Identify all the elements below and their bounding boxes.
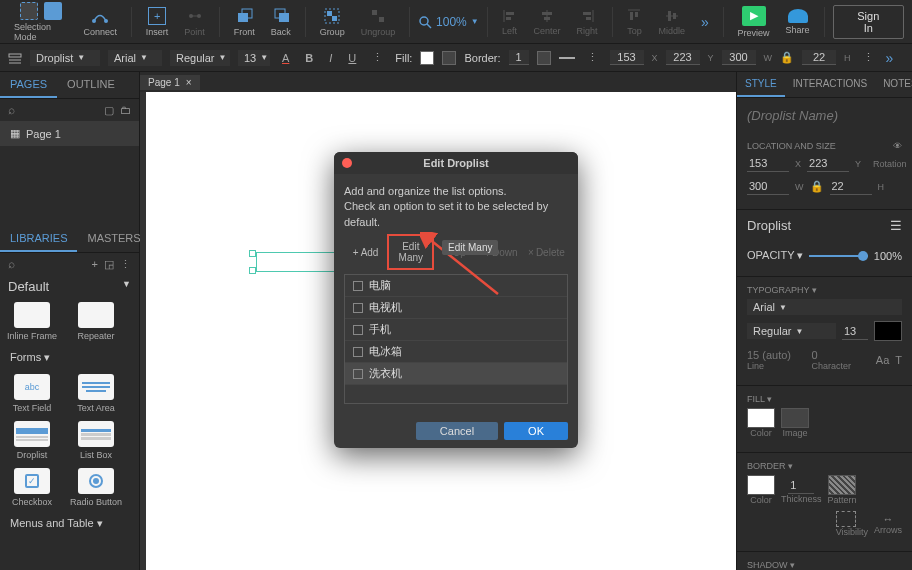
lib-options-icon[interactable]: ◲ — [104, 258, 114, 271]
toolbar-more-icon[interactable]: » — [701, 14, 709, 30]
list-item[interactable]: 电冰箱 — [345, 341, 567, 363]
border-more-button[interactable]: ⋮ — [583, 49, 602, 66]
lock-aspect-icon-2[interactable]: 🔒 — [810, 180, 824, 193]
rp-h-input[interactable] — [830, 178, 872, 195]
rp-y-input[interactable] — [807, 155, 849, 172]
border-width-input[interactable] — [509, 50, 529, 65]
lib-search-icon[interactable]: ⌕ — [8, 257, 15, 271]
y-input[interactable] — [666, 50, 700, 65]
widget-radio-button[interactable]: Radio Button — [68, 468, 124, 507]
visibility-icon[interactable]: 👁 — [893, 141, 902, 151]
widget-droplist[interactable]: Droplist — [4, 421, 60, 460]
format-more-button[interactable]: ⋮ — [859, 49, 878, 66]
list-item[interactable]: 电脑 — [345, 275, 567, 297]
font-dropdown[interactable]: Arial▼ — [108, 50, 162, 66]
bold-button[interactable]: B — [301, 50, 317, 66]
format-overflow-icon[interactable]: » — [886, 50, 894, 66]
interactions-tab[interactable]: INTERACTIONS — [785, 72, 875, 97]
dialog-titlebar[interactable]: Edit Droplist — [334, 152, 578, 174]
widget-inline-frame[interactable]: Inline Frame — [4, 302, 60, 341]
canvas-tab-page-1[interactable]: Page 1× — [140, 75, 200, 90]
close-tab-icon[interactable]: × — [186, 77, 192, 88]
italic-button[interactable]: I — [325, 50, 336, 66]
text-more-button[interactable]: ⋮ — [368, 49, 387, 66]
line-style-icon[interactable] — [559, 52, 575, 64]
border-color-swatch-2[interactable] — [747, 475, 775, 495]
checkbox-icon[interactable] — [353, 325, 363, 335]
share-button[interactable]: Share — [780, 7, 816, 37]
ok-button[interactable]: OK — [504, 422, 568, 440]
preview-button[interactable]: ▶Preview — [732, 4, 776, 40]
fill-swatch[interactable] — [420, 51, 434, 65]
widget-text-field[interactable]: abcText Field — [4, 374, 60, 413]
forms-section[interactable]: Forms ▾ — [0, 345, 139, 370]
checkbox-icon[interactable] — [353, 347, 363, 357]
underline-button[interactable]: U — [344, 50, 360, 66]
lock-aspect-icon[interactable]: 🔒 — [780, 51, 794, 64]
add-folder-icon[interactable]: 🗀 — [120, 104, 131, 116]
h-input[interactable] — [802, 50, 836, 65]
fill-image-swatch[interactable] — [781, 408, 809, 428]
lib-menu-icon[interactable]: ⋮ — [120, 258, 131, 271]
add-page-icon[interactable]: ▢ — [104, 104, 114, 117]
back-tool[interactable]: Back — [265, 5, 297, 39]
border-visibility-icon[interactable] — [836, 511, 856, 527]
rp-font-dropdown[interactable]: Arial▼ — [747, 299, 902, 315]
search-icon[interactable]: ⌕ — [8, 103, 15, 117]
selection-mode-tool[interactable]: Selection Mode — [8, 0, 73, 44]
cancel-button[interactable]: Cancel — [416, 422, 498, 440]
menus-section[interactable]: Menus and Table ▾ — [0, 511, 139, 536]
library-selector[interactable]: Default▼ — [0, 275, 139, 298]
border-thickness-input[interactable] — [788, 477, 814, 494]
insert-tool[interactable]: + Insert — [140, 5, 175, 39]
w-input[interactable] — [722, 50, 756, 65]
libraries-tab[interactable]: LIBRARIES — [0, 226, 77, 252]
edit-many-action[interactable]: Edit Many — [389, 238, 432, 266]
text-color-swatch[interactable] — [874, 321, 902, 341]
style-tab[interactable]: STYLE — [737, 72, 785, 97]
widget-list-box[interactable]: List Box — [68, 421, 124, 460]
style-class-row[interactable]: Droplist☰ — [737, 210, 912, 241]
text-color-button[interactable]: A — [278, 50, 293, 66]
rp-w-input[interactable] — [747, 178, 789, 195]
page-1-item[interactable]: ▦ Page 1 — [0, 121, 139, 146]
text-options-icon[interactable]: Aa — [876, 354, 889, 366]
checkbox-icon[interactable] — [353, 369, 363, 379]
connect-tool[interactable]: Connect — [77, 5, 123, 39]
zoom-control[interactable]: 100% ▼ — [418, 15, 479, 29]
widget-checkbox[interactable]: ✓Checkbox — [4, 468, 60, 507]
widget-text-area[interactable]: Text Area — [68, 374, 124, 413]
checkbox-icon[interactable] — [353, 281, 363, 291]
fill-swatch-2[interactable] — [442, 51, 456, 65]
checkbox-icon[interactable] — [353, 303, 363, 313]
list-item[interactable]: 洗衣机 — [345, 363, 567, 385]
opacity-slider[interactable] — [809, 255, 868, 257]
notes-tab[interactable]: NOTES — [875, 72, 912, 97]
char-spacing-value[interactable]: 0 — [811, 349, 869, 361]
list-item[interactable]: 电视机 — [345, 297, 567, 319]
widget-type-dropdown[interactable]: Droplist▼ — [30, 50, 100, 66]
rp-x-input[interactable] — [747, 155, 789, 172]
border-arrows-icon[interactable]: ↔ — [874, 513, 902, 525]
widget-name-input[interactable]: (Droplist Name) — [737, 98, 912, 133]
size-dropdown[interactable]: 13▼ — [238, 50, 270, 66]
add-lib-icon[interactable]: + — [92, 258, 98, 270]
sign-in-button[interactable]: Sign In — [833, 5, 905, 39]
style-manage-icon[interactable]: ☰ — [890, 218, 902, 233]
delete-action[interactable]: ×Delete — [525, 238, 568, 266]
border-color-swatch[interactable] — [537, 51, 551, 65]
line-height-value[interactable]: 15 (auto) — [747, 349, 805, 361]
add-action[interactable]: +Add — [344, 238, 387, 266]
rp-fontsize-input[interactable] — [842, 323, 868, 340]
close-icon[interactable] — [342, 158, 352, 168]
weight-dropdown[interactable]: Regular▼ — [170, 50, 230, 66]
fill-color-swatch[interactable] — [747, 408, 775, 428]
front-tool[interactable]: Front — [228, 5, 261, 39]
rp-weight-dropdown[interactable]: Regular▼ — [747, 323, 836, 339]
border-pattern-swatch[interactable] — [828, 475, 856, 495]
text-more-icon[interactable]: T — [895, 354, 902, 366]
list-item[interactable]: 手机 — [345, 319, 567, 341]
group-tool[interactable]: Group — [314, 5, 351, 39]
widget-repeater[interactable]: Repeater — [68, 302, 124, 341]
pages-tab[interactable]: PAGES — [0, 72, 57, 98]
